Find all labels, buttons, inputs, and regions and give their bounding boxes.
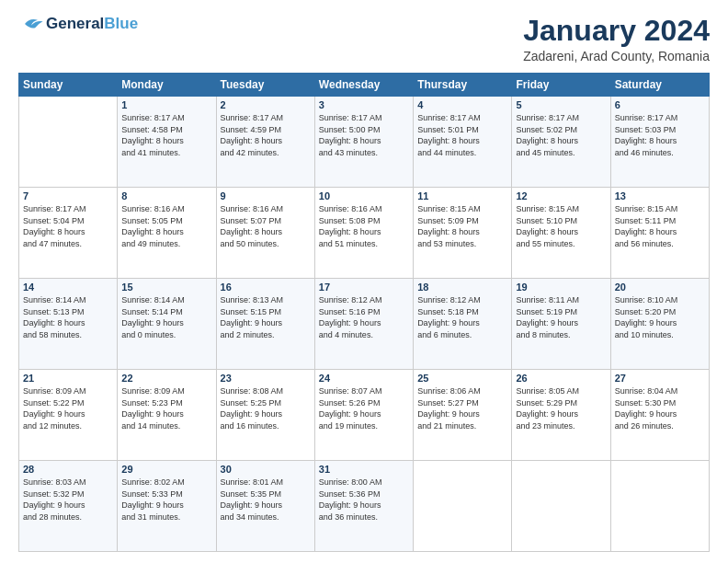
day-number: 21 <box>23 373 113 384</box>
day-cell: 22Sunrise: 8:09 AMSunset: 5:23 PMDayligh… <box>118 370 216 461</box>
day-number: 16 <box>221 282 311 293</box>
day-info: Sunrise: 8:17 AMSunset: 4:59 PMDaylight:… <box>221 112 311 158</box>
day-number: 3 <box>319 99 409 110</box>
day-cell <box>610 461 709 552</box>
day-info: Sunrise: 8:17 AMSunset: 5:03 PMDaylight:… <box>615 112 705 158</box>
day-number: 5 <box>516 99 606 110</box>
col-thursday: Thursday <box>414 74 512 97</box>
week-row-4: 21Sunrise: 8:09 AMSunset: 5:22 PMDayligh… <box>19 370 710 461</box>
day-cell: 9Sunrise: 8:16 AMSunset: 5:07 PMDaylight… <box>216 188 314 279</box>
day-cell: 3Sunrise: 8:17 AMSunset: 5:00 PMDaylight… <box>314 97 413 188</box>
week-row-1: 1Sunrise: 8:17 AMSunset: 4:58 PMDaylight… <box>19 97 710 188</box>
main-title: January 2024 <box>523 15 710 47</box>
day-number: 6 <box>615 99 705 110</box>
day-cell: 1Sunrise: 8:17 AMSunset: 4:58 PMDaylight… <box>118 97 216 188</box>
day-cell: 4Sunrise: 8:17 AMSunset: 5:01 PMDaylight… <box>414 97 512 188</box>
day-cell: 27Sunrise: 8:04 AMSunset: 5:30 PMDayligh… <box>610 370 709 461</box>
title-block: January 2024 Zadareni, Arad County, Roma… <box>523 15 710 63</box>
day-info: Sunrise: 8:13 AMSunset: 5:15 PMDaylight:… <box>221 294 311 340</box>
calendar-page: GeneralBlue January 2024 Zadareni, Arad … <box>0 0 728 563</box>
day-cell: 16Sunrise: 8:13 AMSunset: 5:15 PMDayligh… <box>216 279 314 370</box>
day-cell <box>414 461 512 552</box>
day-number: 29 <box>121 464 211 475</box>
day-cell <box>19 97 118 188</box>
day-info: Sunrise: 8:17 AMSunset: 5:00 PMDaylight:… <box>319 112 409 158</box>
day-info: Sunrise: 8:12 AMSunset: 5:18 PMDaylight:… <box>417 294 507 340</box>
day-cell: 20Sunrise: 8:10 AMSunset: 5:20 PMDayligh… <box>610 279 709 370</box>
day-info: Sunrise: 8:05 AMSunset: 5:29 PMDaylight:… <box>516 385 606 431</box>
day-info: Sunrise: 8:16 AMSunset: 5:07 PMDaylight:… <box>221 203 311 249</box>
day-number: 24 <box>319 373 409 384</box>
day-number: 9 <box>221 190 311 201</box>
logo: GeneralBlue <box>18 15 138 33</box>
calendar-table: Sunday Monday Tuesday Wednesday Thursday… <box>18 73 710 552</box>
day-info: Sunrise: 8:10 AMSunset: 5:20 PMDaylight:… <box>615 294 705 340</box>
day-info: Sunrise: 8:07 AMSunset: 5:26 PMDaylight:… <box>319 385 409 431</box>
day-number: 8 <box>121 190 211 201</box>
day-info: Sunrise: 8:15 AMSunset: 5:10 PMDaylight:… <box>516 203 606 249</box>
day-info: Sunrise: 8:08 AMSunset: 5:25 PMDaylight:… <box>221 385 311 431</box>
day-number: 13 <box>615 190 705 201</box>
day-info: Sunrise: 8:06 AMSunset: 5:27 PMDaylight:… <box>417 385 507 431</box>
day-cell: 11Sunrise: 8:15 AMSunset: 5:09 PMDayligh… <box>414 188 512 279</box>
day-cell: 10Sunrise: 8:16 AMSunset: 5:08 PMDayligh… <box>314 188 413 279</box>
day-number: 26 <box>516 373 606 384</box>
day-cell: 18Sunrise: 8:12 AMSunset: 5:18 PMDayligh… <box>414 279 512 370</box>
day-cell: 30Sunrise: 8:01 AMSunset: 5:35 PMDayligh… <box>216 461 314 552</box>
day-number: 23 <box>221 373 311 384</box>
day-number: 30 <box>221 464 311 475</box>
week-row-3: 14Sunrise: 8:14 AMSunset: 5:13 PMDayligh… <box>19 279 710 370</box>
day-info: Sunrise: 8:04 AMSunset: 5:30 PMDaylight:… <box>615 385 705 431</box>
day-info: Sunrise: 8:09 AMSunset: 5:23 PMDaylight:… <box>121 385 211 431</box>
col-wednesday: Wednesday <box>314 74 413 97</box>
day-cell: 17Sunrise: 8:12 AMSunset: 5:16 PMDayligh… <box>314 279 413 370</box>
day-info: Sunrise: 8:17 AMSunset: 5:02 PMDaylight:… <box>516 112 606 158</box>
day-cell: 14Sunrise: 8:14 AMSunset: 5:13 PMDayligh… <box>19 279 118 370</box>
day-number: 4 <box>417 99 507 110</box>
logo-icon <box>18 15 44 33</box>
day-info: Sunrise: 8:03 AMSunset: 5:32 PMDaylight:… <box>23 477 113 523</box>
day-info: Sunrise: 8:15 AMSunset: 5:09 PMDaylight:… <box>417 203 507 249</box>
header-row: Sunday Monday Tuesday Wednesday Thursday… <box>19 74 710 97</box>
logo-general: General <box>46 15 104 32</box>
day-cell: 26Sunrise: 8:05 AMSunset: 5:29 PMDayligh… <box>512 370 610 461</box>
day-number: 15 <box>121 282 211 293</box>
day-number: 28 <box>23 464 113 475</box>
day-cell <box>512 461 610 552</box>
day-cell: 25Sunrise: 8:06 AMSunset: 5:27 PMDayligh… <box>414 370 512 461</box>
day-number: 12 <box>516 190 606 201</box>
day-info: Sunrise: 8:00 AMSunset: 5:36 PMDaylight:… <box>319 477 409 523</box>
col-friday: Friday <box>512 74 610 97</box>
day-info: Sunrise: 8:12 AMSunset: 5:16 PMDaylight:… <box>319 294 409 340</box>
day-info: Sunrise: 8:16 AMSunset: 5:05 PMDaylight:… <box>121 203 211 249</box>
day-cell: 28Sunrise: 8:03 AMSunset: 5:32 PMDayligh… <box>19 461 118 552</box>
day-info: Sunrise: 8:01 AMSunset: 5:35 PMDaylight:… <box>221 477 311 523</box>
day-number: 25 <box>417 373 507 384</box>
day-info: Sunrise: 8:14 AMSunset: 5:13 PMDaylight:… <box>23 294 113 340</box>
day-cell: 23Sunrise: 8:08 AMSunset: 5:25 PMDayligh… <box>216 370 314 461</box>
day-number: 27 <box>615 373 705 384</box>
day-cell: 24Sunrise: 8:07 AMSunset: 5:26 PMDayligh… <box>314 370 413 461</box>
day-number: 14 <box>23 282 113 293</box>
day-number: 10 <box>319 190 409 201</box>
day-info: Sunrise: 8:17 AMSunset: 4:58 PMDaylight:… <box>121 112 211 158</box>
day-info: Sunrise: 8:17 AMSunset: 5:01 PMDaylight:… <box>417 112 507 158</box>
day-number: 31 <box>319 464 409 475</box>
subtitle: Zadareni, Arad County, Romania <box>523 49 710 63</box>
week-row-2: 7Sunrise: 8:17 AMSunset: 5:04 PMDaylight… <box>19 188 710 279</box>
day-info: Sunrise: 8:17 AMSunset: 5:04 PMDaylight:… <box>23 203 113 249</box>
day-info: Sunrise: 8:14 AMSunset: 5:14 PMDaylight:… <box>121 294 211 340</box>
col-tuesday: Tuesday <box>216 74 314 97</box>
day-number: 11 <box>417 190 507 201</box>
day-info: Sunrise: 8:11 AMSunset: 5:19 PMDaylight:… <box>516 294 606 340</box>
day-number: 18 <box>417 282 507 293</box>
day-cell: 5Sunrise: 8:17 AMSunset: 5:02 PMDaylight… <box>512 97 610 188</box>
logo-blue: Blue <box>104 15 138 32</box>
day-cell: 13Sunrise: 8:15 AMSunset: 5:11 PMDayligh… <box>610 188 709 279</box>
day-cell: 6Sunrise: 8:17 AMSunset: 5:03 PMDaylight… <box>610 97 709 188</box>
day-cell: 21Sunrise: 8:09 AMSunset: 5:22 PMDayligh… <box>19 370 118 461</box>
day-cell: 12Sunrise: 8:15 AMSunset: 5:10 PMDayligh… <box>512 188 610 279</box>
day-number: 22 <box>121 373 211 384</box>
day-cell: 15Sunrise: 8:14 AMSunset: 5:14 PMDayligh… <box>118 279 216 370</box>
header: GeneralBlue January 2024 Zadareni, Arad … <box>18 15 710 63</box>
